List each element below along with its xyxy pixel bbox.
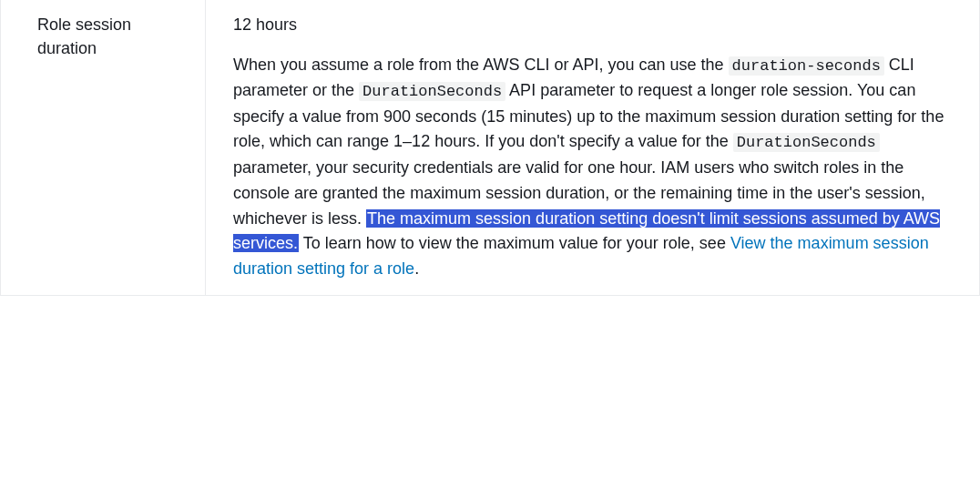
property-label-cell: Role session duration — [1, 0, 206, 295]
property-row: Role session duration 12 hours When you … — [0, 0, 980, 296]
desc-text: When you assume a role from the AWS CLI … — [233, 56, 729, 74]
desc-text: . — [414, 259, 419, 278]
property-content-cell: 12 hours When you assume a role from the… — [206, 0, 979, 295]
code-api-param: DurationSeconds — [359, 82, 505, 101]
desc-text: To learn how to view the maximum value f… — [299, 234, 730, 252]
property-label: Role session duration — [37, 15, 131, 57]
code-api-param-2: DurationSeconds — [733, 133, 880, 152]
code-cli-param: duration-seconds — [729, 56, 884, 76]
property-value: 12 hours — [233, 13, 944, 38]
property-description: When you assume a role from the AWS CLI … — [233, 53, 944, 282]
